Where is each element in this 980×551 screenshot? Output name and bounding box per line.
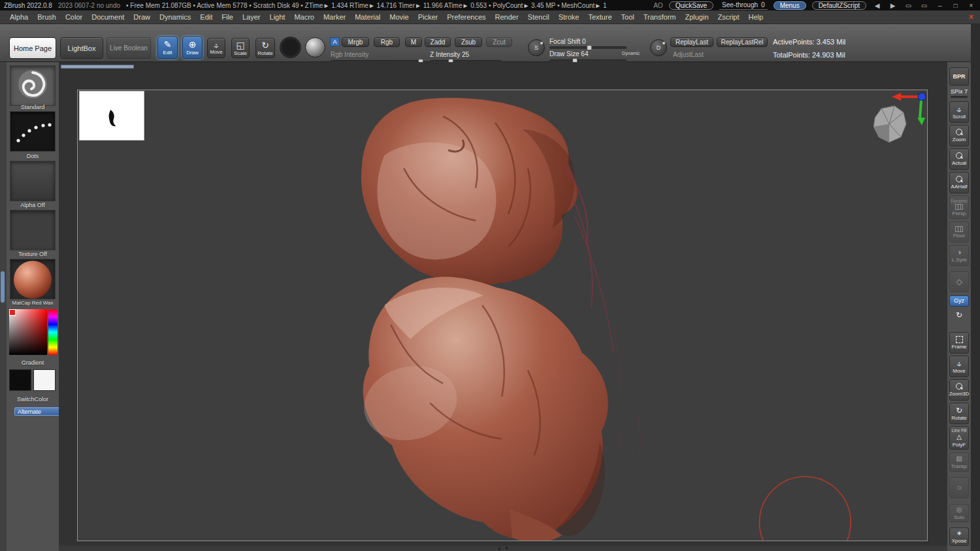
live-boolean-button[interactable]: Live Boolean bbox=[106, 37, 151, 59]
menu-light[interactable]: Light bbox=[265, 12, 290, 22]
draw-mode-button[interactable]: ⊕ Draw bbox=[182, 37, 203, 59]
menu-preferences[interactable]: Preferences bbox=[442, 12, 490, 22]
frame-button[interactable]: Frame bbox=[949, 332, 969, 354]
xpose-button[interactable]: ∗ Xpose bbox=[949, 527, 969, 546]
scroll-button[interactable]: ↔↕ Scroll bbox=[949, 101, 969, 123]
alpha-picker[interactable] bbox=[10, 161, 56, 201]
see-through-slider[interactable]: See-through 0 bbox=[719, 1, 768, 10]
zadd-button[interactable]: Zadd bbox=[425, 37, 451, 47]
solo-button[interactable]: ◎ Solo bbox=[949, 504, 969, 522]
m-button[interactable]: M bbox=[405, 37, 422, 47]
prev-doc-icon[interactable]: ◀ bbox=[872, 2, 882, 9]
menu-alpha[interactable]: Alpha bbox=[5, 12, 33, 22]
secondary-color-swatch[interactable] bbox=[33, 369, 56, 391]
menu-movie[interactable]: Movie bbox=[385, 12, 413, 22]
menu-file[interactable]: File bbox=[217, 12, 238, 22]
document-viewport[interactable] bbox=[77, 90, 928, 541]
material-picker[interactable] bbox=[10, 259, 56, 299]
scale-mode-button[interactable]: ◱ Scale bbox=[231, 38, 250, 58]
rotate-mode-button[interactable]: ↻ Rotate bbox=[255, 38, 275, 58]
menu-picker[interactable]: Picker bbox=[414, 12, 443, 22]
zoom-button[interactable]: Zoom bbox=[949, 125, 969, 146]
replay-last-button[interactable]: ReplayLast bbox=[670, 37, 713, 47]
transp-button[interactable]: ▧ Transp bbox=[949, 452, 969, 472]
sculpt-model[interactable] bbox=[356, 98, 640, 541]
scroll-up-arrow-icon[interactable]: ▲ bbox=[497, 546, 502, 551]
menus-toggle-button[interactable]: Menus bbox=[774, 1, 806, 10]
quicksave-button[interactable]: QuickSave bbox=[669, 1, 713, 10]
stroke-picker[interactable] bbox=[10, 111, 56, 152]
polyframe-button[interactable]: Line Fill △ PolyF bbox=[949, 426, 969, 450]
zoom3d-button[interactable]: Zoom3D bbox=[949, 379, 969, 401]
menu-transform[interactable]: Transform bbox=[639, 12, 681, 22]
canvas-area[interactable] bbox=[59, 62, 947, 551]
restore-icon[interactable]: □ bbox=[951, 2, 960, 9]
lsym-button[interactable]: ◑ L.Sym bbox=[949, 245, 969, 266]
aahalf-button[interactable]: AAHalf bbox=[949, 172, 969, 193]
dynamic-persp-button[interactable]: Dynamic Persp bbox=[949, 195, 969, 219]
menu-stencil[interactable]: Stencil bbox=[523, 12, 554, 22]
menu-color[interactable]: Color bbox=[61, 12, 87, 22]
shelf-move-button[interactable]: ↔↕ Move bbox=[949, 356, 969, 377]
camera-orientation-gizmo[interactable] bbox=[874, 93, 926, 142]
gradient-label[interactable]: Gradient bbox=[7, 359, 59, 366]
next-doc-icon[interactable]: ▶ bbox=[888, 2, 898, 9]
close-icon[interactable]: × bbox=[966, 2, 976, 9]
menu-stroke[interactable]: Stroke bbox=[554, 12, 584, 22]
dual-screen-icon[interactable]: ▭ bbox=[919, 2, 929, 9]
mrgb-button[interactable]: Mrgb bbox=[342, 37, 369, 47]
zcut-button[interactable]: Zcut bbox=[486, 37, 512, 47]
lightbox-button[interactable]: LightBox bbox=[60, 37, 103, 59]
current-material-sphere-icon[interactable] bbox=[305, 37, 325, 58]
saturation-square[interactable] bbox=[9, 309, 47, 355]
minimize-icon[interactable]: – bbox=[935, 2, 945, 9]
dynamic-mode-label[interactable]: Dynamic bbox=[622, 51, 640, 56]
refresh-button[interactable]: ↻ bbox=[949, 309, 969, 321]
ghost-button[interactable]: ○ bbox=[949, 477, 969, 498]
actual-button[interactable]: Actual bbox=[949, 148, 969, 170]
focal-shift-slider[interactable] bbox=[549, 46, 627, 49]
replay-last-rel-button[interactable]: ReplayLastRel bbox=[717, 37, 768, 47]
rgb-button[interactable]: Rgb bbox=[374, 37, 400, 47]
menu-material[interactable]: Material bbox=[350, 12, 385, 22]
hue-strip[interactable] bbox=[48, 309, 57, 355]
menu-brush[interactable]: Brush bbox=[33, 12, 61, 22]
current-brush-icon[interactable] bbox=[280, 37, 301, 58]
defaultzscript-button[interactable]: DefaultZScript bbox=[812, 1, 866, 10]
bpr-button[interactable]: BPR bbox=[949, 67, 969, 86]
menu-zscript[interactable]: Zscript bbox=[713, 12, 744, 22]
home-page-button[interactable]: Home Page bbox=[9, 37, 56, 59]
left-tray-scrollbar[interactable] bbox=[1, 271, 5, 303]
color-a-swatch[interactable]: A bbox=[330, 37, 340, 46]
menu-layer[interactable]: Layer bbox=[238, 12, 265, 22]
floor-button[interactable]: Floor bbox=[949, 222, 969, 242]
menu-help[interactable]: Help bbox=[744, 12, 768, 22]
main-color-swatch[interactable] bbox=[9, 369, 31, 391]
menu-texture[interactable]: Texture bbox=[583, 12, 616, 22]
switchcolor-label[interactable]: SwitchColor bbox=[7, 396, 59, 403]
spix-track[interactable] bbox=[951, 96, 968, 98]
scroll-down-arrow-icon[interactable]: ▼ bbox=[504, 546, 509, 551]
zsub-button[interactable]: Zsub bbox=[455, 37, 482, 47]
move-mode-button[interactable]: ↔↕ Move bbox=[207, 38, 225, 58]
close-document-icon[interactable]: × bbox=[969, 12, 975, 22]
menu-dynamics[interactable]: Dynamics bbox=[155, 12, 195, 22]
menu-marker[interactable]: Marker bbox=[319, 12, 350, 22]
menu-macro[interactable]: Macro bbox=[289, 12, 319, 22]
focal-shift-handle[interactable] bbox=[587, 45, 592, 50]
stroke-d-knob[interactable]: D bbox=[650, 39, 667, 56]
edit-mode-button[interactable]: ✎ Edit bbox=[157, 37, 178, 59]
brush-picker[interactable] bbox=[10, 65, 56, 106]
menu-edit[interactable]: Edit bbox=[195, 12, 217, 22]
local-pivot-button[interactable]: ◇ bbox=[949, 271, 969, 292]
screen-layout-icon[interactable]: ▭ bbox=[904, 2, 913, 9]
adjust-last-label[interactable]: AdjustLast bbox=[673, 51, 704, 58]
menu-draw[interactable]: Draw bbox=[129, 12, 155, 22]
stroke-s-knob[interactable]: S bbox=[528, 39, 545, 56]
menu-tool[interactable]: Tool bbox=[617, 12, 639, 22]
alternate-button[interactable]: Alternate bbox=[14, 407, 64, 416]
texture-picker[interactable] bbox=[10, 210, 56, 250]
menu-render[interactable]: Render bbox=[491, 12, 523, 22]
gyz-button[interactable]: Gyz bbox=[949, 295, 969, 307]
shelf-rotate-button[interactable]: ↻ Rotate bbox=[949, 403, 969, 424]
